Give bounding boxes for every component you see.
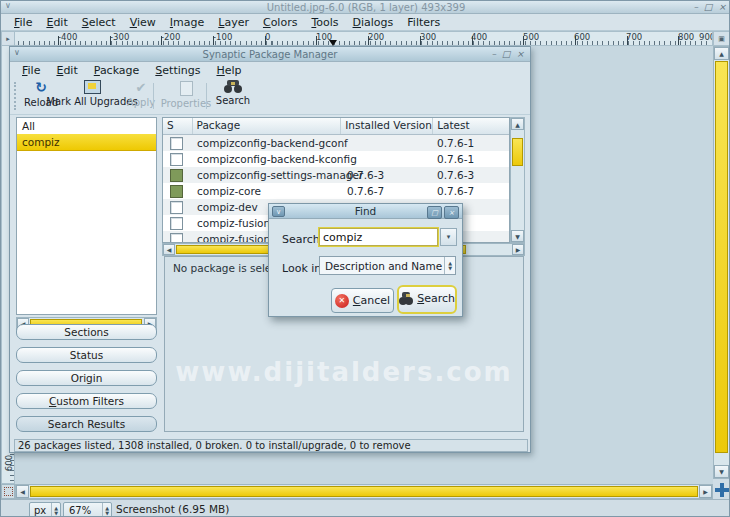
synaptic-statusbar: 26 packages listed, 1308 installed, 0 br… bbox=[14, 439, 528, 452]
window-menu-icon[interactable] bbox=[272, 206, 285, 217]
menu-image[interactable]: Image bbox=[163, 16, 211, 29]
gimp-titlebar[interactable]: Untitled.jpg-6.0 (RGB, 1 layer) 493x399 bbox=[1, 1, 730, 14]
find-dialog-title: Find bbox=[355, 205, 377, 217]
origin-button[interactable]: Origin bbox=[16, 370, 157, 386]
window-menu-icon[interactable] bbox=[5, 1, 11, 10]
look-in-select[interactable]: Description and Name bbox=[319, 256, 456, 275]
filter-list: All compiz bbox=[16, 117, 157, 315]
find-dialog: Find Search: ▾ Look in: Description and … bbox=[268, 203, 463, 317]
table-row[interactable]: compizconfig-settings-manager 0.7.6-3 0.… bbox=[163, 167, 509, 183]
menu-edit[interactable]: Edit bbox=[39, 16, 74, 29]
scroll-up-icon[interactable] bbox=[511, 118, 524, 130]
column-header-status[interactable]: S bbox=[163, 118, 193, 134]
filter-item-compiz-selected[interactable]: compiz bbox=[17, 134, 156, 151]
package-checkbox-installed[interactable] bbox=[170, 185, 183, 198]
spinner-icon[interactable] bbox=[102, 503, 111, 517]
scroll-right-icon[interactable] bbox=[512, 244, 524, 255]
ruler-label: 0 bbox=[265, 32, 270, 42]
ruler-label: -100 bbox=[213, 32, 232, 42]
sections-button[interactable]: Sections bbox=[16, 324, 157, 340]
maximize-icon[interactable] bbox=[502, 49, 511, 59]
menu-filters[interactable]: Filters bbox=[400, 16, 447, 29]
menu-select[interactable]: Select bbox=[75, 16, 123, 29]
menu-package[interactable]: Package bbox=[86, 64, 148, 77]
vertical-scroll-thumb[interactable] bbox=[715, 61, 728, 453]
package-checkbox[interactable] bbox=[170, 233, 183, 243]
maximize-icon[interactable] bbox=[427, 206, 442, 219]
minimize-icon[interactable] bbox=[491, 49, 496, 59]
scroll-left-icon[interactable] bbox=[163, 244, 175, 255]
table-vertical-scrollbar[interactable] bbox=[510, 117, 525, 243]
ruler-label: -300 bbox=[110, 32, 129, 42]
table-header: S Package Installed Version Latest Versi… bbox=[163, 118, 509, 135]
toolbar-handle[interactable] bbox=[14, 82, 17, 110]
scroll-down-icon[interactable] bbox=[714, 465, 729, 478]
menu-edit[interactable]: Edit bbox=[48, 64, 85, 77]
mark-all-upgrades-button[interactable]: Mark All Upgrades bbox=[54, 80, 130, 113]
package-checkbox[interactable] bbox=[170, 153, 183, 166]
zoom-follow-window-toggle[interactable]: ▣ bbox=[713, 31, 730, 46]
search-input[interactable] bbox=[319, 228, 438, 246]
canvas-horizontal-scrollbar[interactable] bbox=[15, 484, 713, 499]
ruler-corner-menu-button[interactable]: ▸ bbox=[1, 31, 15, 46]
menu-help[interactable]: Help bbox=[208, 64, 249, 77]
find-search-button[interactable]: Search bbox=[399, 287, 455, 310]
unit-selector[interactable]: px bbox=[29, 502, 61, 517]
window-menu-icon[interactable] bbox=[14, 48, 20, 57]
status-button[interactable]: Status bbox=[16, 347, 157, 363]
properties-icon bbox=[180, 81, 193, 96]
find-dialog-titlebar[interactable]: Find bbox=[269, 204, 462, 219]
image-status-text: Screenshot (6.95 MB) bbox=[116, 500, 229, 517]
table-row[interactable]: compizconfig-backend-gconf 0.7.6-1 bbox=[163, 135, 509, 151]
table-row[interactable]: compiz-core 0.7.6-7 0.7.6-7 bbox=[163, 183, 509, 199]
ruler-label: -200 bbox=[161, 32, 180, 42]
column-header-installed-version[interactable]: Installed Version bbox=[341, 118, 433, 134]
menu-dialogs[interactable]: Dialogs bbox=[346, 16, 401, 29]
menu-colors[interactable]: Colors bbox=[256, 16, 304, 29]
filter-item-all[interactable]: All bbox=[17, 118, 156, 134]
scroll-left-icon[interactable] bbox=[16, 485, 29, 498]
maximize-icon[interactable] bbox=[704, 2, 713, 12]
scroll-down-icon[interactable] bbox=[511, 230, 524, 242]
horizontal-scroll-thumb[interactable] bbox=[30, 486, 698, 497]
menu-file[interactable]: File bbox=[14, 64, 48, 77]
spinner-icon[interactable] bbox=[51, 503, 60, 517]
custom-filters-button[interactable]: Custom Filters bbox=[16, 393, 157, 409]
menu-view[interactable]: View bbox=[123, 16, 163, 29]
close-icon[interactable] bbox=[516, 49, 524, 59]
scroll-thumb[interactable] bbox=[512, 138, 523, 166]
quickmask-toggle[interactable] bbox=[1, 484, 15, 499]
apply-button[interactable]: ✔ Apply bbox=[122, 80, 160, 113]
column-header-package[interactable]: Package bbox=[193, 118, 342, 134]
canvas-navigation-icon[interactable] bbox=[714, 482, 730, 498]
table-row[interactable]: compizconfig-backend-kconfig 0.7.6-1 bbox=[163, 151, 509, 167]
close-icon[interactable] bbox=[444, 206, 459, 219]
ruler-label: 800 bbox=[678, 32, 694, 42]
synaptic-titlebar[interactable]: Synaptic Package Manager bbox=[10, 47, 530, 62]
ruler-label: 900 bbox=[699, 32, 713, 42]
package-checkbox[interactable] bbox=[170, 217, 183, 230]
unit-value: px bbox=[30, 505, 46, 516]
package-checkbox[interactable] bbox=[170, 201, 183, 214]
search-results-button[interactable]: Search Results bbox=[16, 416, 157, 432]
close-icon[interactable] bbox=[718, 2, 726, 12]
menu-settings[interactable]: Settings bbox=[147, 64, 208, 77]
minimize-icon[interactable] bbox=[693, 2, 698, 12]
cancel-button[interactable]: Cancel bbox=[331, 288, 394, 313]
package-checkbox-installed[interactable] bbox=[170, 169, 183, 182]
menu-tools[interactable]: Tools bbox=[304, 16, 345, 29]
toolbar-separator bbox=[153, 83, 154, 109]
menu-file[interactable]: File bbox=[7, 16, 39, 29]
menu-layer[interactable]: Layer bbox=[211, 16, 256, 29]
scroll-up-icon[interactable] bbox=[714, 47, 729, 60]
ruler-label: 200 bbox=[368, 32, 384, 42]
column-header-latest-version[interactable]: Latest Version bbox=[433, 118, 509, 134]
canvas-vertical-scrollbar[interactable] bbox=[713, 46, 730, 479]
search-history-dropdown-icon[interactable]: ▾ bbox=[440, 228, 457, 246]
scroll-right-icon[interactable] bbox=[699, 485, 712, 498]
package-checkbox[interactable] bbox=[170, 137, 183, 150]
properties-button[interactable]: Properties bbox=[160, 80, 212, 113]
spinner-icon[interactable] bbox=[444, 257, 455, 274]
search-button[interactable]: Search bbox=[212, 80, 254, 113]
zoom-selector[interactable]: 67% bbox=[63, 502, 112, 517]
